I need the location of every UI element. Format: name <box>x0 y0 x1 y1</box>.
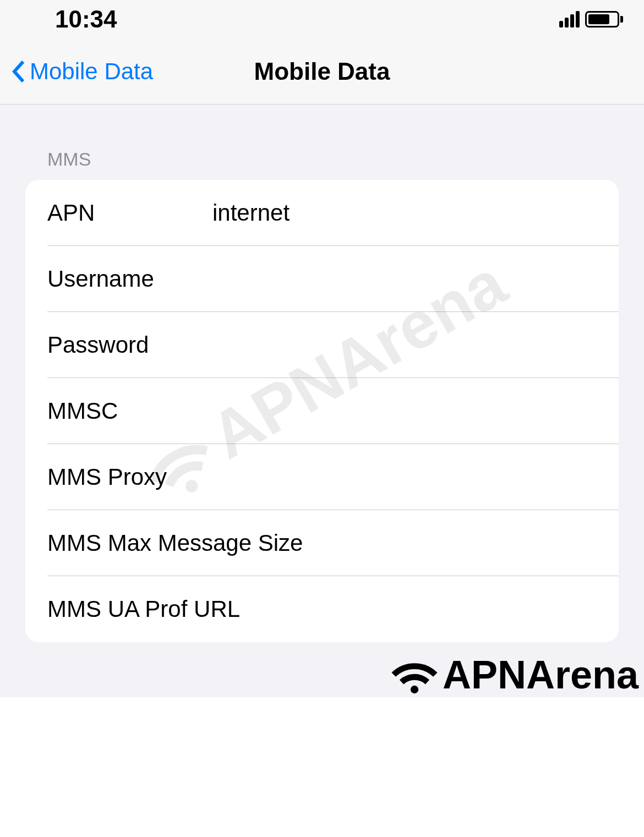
svg-point-1 <box>411 686 418 693</box>
back-button[interactable]: Mobile Data <box>11 58 153 85</box>
row-password[interactable]: Password <box>25 312 619 378</box>
row-mms-proxy[interactable]: MMS Proxy <box>25 444 619 510</box>
input-apn[interactable] <box>212 200 597 226</box>
page-title: Mobile Data <box>254 58 390 85</box>
label-mmsc: MMSC <box>47 398 212 424</box>
input-password[interactable] <box>212 332 597 358</box>
label-mms-max: MMS Max Message Size <box>47 530 303 556</box>
input-mms-proxy[interactable] <box>212 464 597 490</box>
brand-logo: APNArena <box>390 652 638 697</box>
settings-group-mms: APN Username Password MMSC MMS Proxy MMS… <box>25 180 619 642</box>
back-label: Mobile Data <box>30 58 153 85</box>
section-header-mms: MMS <box>25 105 619 180</box>
status-bar: 10:34 <box>0 0 644 39</box>
row-mms-ua[interactable]: MMS UA Prof URL <box>25 576 619 642</box>
label-mms-proxy: MMS Proxy <box>47 464 212 490</box>
label-password: Password <box>47 332 212 358</box>
bottom-area <box>0 697 644 837</box>
row-mms-max[interactable]: MMS Max Message Size <box>25 510 619 576</box>
label-mms-ua: MMS UA Prof URL <box>47 596 240 622</box>
nav-bar: Mobile Data Mobile Data <box>0 39 644 105</box>
row-username[interactable]: Username <box>25 246 619 312</box>
row-mmsc[interactable]: MMSC <box>25 378 619 444</box>
row-apn[interactable]: APN <box>25 180 619 246</box>
input-username[interactable] <box>212 266 597 292</box>
label-apn: APN <box>47 200 212 226</box>
status-indicators <box>559 11 623 28</box>
chevron-left-icon <box>11 59 25 84</box>
status-time: 10:34 <box>55 6 117 33</box>
label-username: Username <box>47 266 212 292</box>
content: MMS APN Username Password MMSC MMS Proxy… <box>0 105 644 642</box>
wifi-icon <box>390 654 439 695</box>
battery-icon <box>585 11 623 28</box>
input-mmsc[interactable] <box>212 398 597 424</box>
signal-icon <box>559 11 580 28</box>
